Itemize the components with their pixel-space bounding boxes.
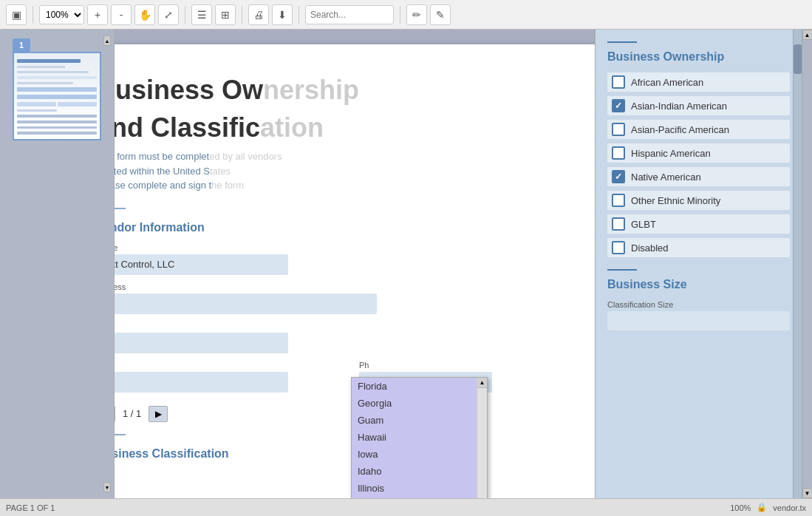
address-field[interactable]	[115, 293, 377, 314]
dropdown-item[interactable]: Guam	[352, 412, 487, 429]
thumbnail-page-number: 1	[13, 38, 30, 52]
separator-1	[33, 6, 33, 24]
zoom-out-button[interactable]: -	[111, 4, 132, 25]
checkbox-label: Native American	[631, 172, 701, 183]
classification-divider	[115, 434, 126, 435]
checkbox[interactable]	[612, 170, 625, 183]
checkbox-label: Other Ethnic Minority	[631, 195, 720, 206]
separator-3	[242, 6, 242, 24]
checkbox[interactable]	[612, 217, 625, 231]
page-info: PAGE 1 OF 1	[6, 503, 55, 512]
fit-button[interactable]: ⤢	[158, 4, 179, 25]
dropdown-scroll-up[interactable]: ▲	[477, 378, 487, 388]
pan-icon: ✋	[139, 9, 151, 21]
ownership-title: Business Ownership	[607, 50, 790, 64]
checkbox[interactable]	[612, 99, 625, 112]
download-button[interactable]: ⬇	[272, 4, 293, 25]
phone-label: Ph	[359, 361, 595, 370]
doc-right-scrollbar: ▲ ▼	[802, 30, 812, 498]
dropdown-item[interactable]: Illinois	[352, 480, 487, 497]
list-view-button[interactable]: ☰	[191, 4, 212, 25]
dropdown-item[interactable]: Indiana	[352, 497, 487, 498]
checkbox-row: Asian-Indian American	[607, 96, 790, 115]
checkbox[interactable]	[612, 241, 625, 254]
dropdown-item[interactable]: Hawaii	[352, 429, 487, 446]
checkbox-label: African American	[631, 77, 703, 88]
right-panel: Business Ownership African AmericanAsian…	[595, 30, 802, 498]
checkbox-row: African American	[607, 72, 790, 92]
city-label: City	[115, 322, 595, 330]
main-area: 1	[0, 30, 812, 498]
zoom-out-icon: -	[120, 9, 123, 21]
size-field[interactable]	[607, 311, 790, 330]
checkbox-row: Asian-Pacific American	[607, 120, 790, 139]
thumbnail-scroll-up[interactable]: ▲	[103, 35, 111, 46]
page-subtitle: This form must be completed by all vendo…	[115, 149, 595, 193]
download-icon: ⬇	[278, 9, 287, 21]
dropdown-item[interactable]: Idaho	[352, 463, 487, 480]
list-icon: ☰	[197, 9, 207, 21]
size-divider	[607, 269, 637, 271]
page-title-2: and Classification	[115, 112, 595, 143]
footer-right: 100% 🔒 vendor.tx	[730, 503, 806, 512]
checkbox-row: Hispanic American	[607, 143, 790, 163]
panel-icon: ▣	[12, 9, 21, 21]
grid-view-button[interactable]: ⊞	[215, 4, 236, 25]
checkbox-row: Other Ethnic Minority	[607, 191, 790, 210]
checkbox-label: Asian-Indian American	[631, 101, 727, 112]
checkbox[interactable]	[612, 75, 625, 89]
checkbox-row: Disabled	[607, 238, 790, 257]
dropdown-item[interactable]: Georgia	[352, 395, 487, 412]
grid-icon: ⊞	[221, 9, 230, 21]
checkbox[interactable]	[612, 194, 625, 207]
address-label: Address	[115, 282, 595, 291]
checkbox-label: Disabled	[631, 242, 669, 254]
page-title: Business Ownership	[115, 74, 595, 106]
search-input[interactable]	[305, 5, 394, 24]
thumbnail-panel: 1	[0, 30, 115, 498]
edit-button[interactable]: ✎	[430, 4, 451, 25]
lock-icon: 🔒	[757, 503, 767, 512]
separator-2	[185, 6, 185, 24]
prev-page-button[interactable]: ◀	[115, 406, 115, 422]
document-area: Business Ownership and Classification Th…	[115, 30, 595, 498]
zoom-in-button[interactable]: +	[87, 4, 108, 25]
doc-scroll-down[interactable]: ▼	[802, 488, 813, 498]
city-field[interactable]	[115, 333, 288, 353]
checkbox[interactable]	[612, 123, 625, 136]
doc-scrollbar-track	[802, 40, 812, 488]
checkbox-label: Hispanic American	[631, 148, 711, 159]
size-title: Business Size	[607, 278, 790, 291]
thumbnail-1[interactable]	[13, 52, 101, 140]
next-page-button[interactable]: ▶	[149, 406, 168, 422]
zoom-select[interactable]: 100% 75% 125% 150%	[39, 5, 84, 24]
scrollbar-thumb[interactable]	[794, 44, 802, 74]
zoom-in-icon: +	[95, 9, 100, 21]
thumbnail-scroll-down[interactable]: ▼	[103, 482, 111, 492]
edit-icon: ✎	[436, 9, 445, 21]
footer-vendor: vendor.tx	[773, 503, 806, 512]
checkbox-row: Native American	[607, 167, 790, 186]
doc-scroll-up[interactable]: ▲	[802, 30, 813, 40]
name-field[interactable]	[115, 254, 288, 275]
dropdown-item[interactable]: Iowa	[352, 446, 487, 463]
checkbox-label: GLBT	[631, 219, 656, 230]
separator-4	[298, 6, 299, 24]
print-button[interactable]: 🖨	[248, 4, 269, 25]
ownership-divider	[607, 41, 637, 43]
vendor-section-title: Vendor Information	[115, 221, 595, 234]
pan-button[interactable]: ✋	[134, 4, 155, 25]
toggle-panel-button[interactable]: ▣	[6, 4, 27, 25]
checkbox[interactable]	[612, 146, 625, 160]
vendor-divider	[115, 208, 126, 209]
highlight-icon: ✏	[412, 9, 421, 21]
fit-icon: ⤢	[164, 9, 173, 21]
checkbox-list: African AmericanAsian-Indian AmericanAsi…	[607, 72, 790, 257]
checkbox-row: GLBT	[607, 214, 790, 234]
state-dropdown[interactable]: ▲ ▼ FloridaGeorgiaGuamHawaiiIowaIdahoIll…	[351, 377, 488, 498]
toolbar: ▣ 100% 75% 125% 150% + - ✋ ⤢ ☰ ⊞ 🖨 ⬇ ✏ ✎	[0, 0, 812, 30]
highlight-button[interactable]: ✏	[406, 4, 427, 25]
dropdown-item[interactable]: Florida	[352, 378, 487, 395]
footer-bar: PAGE 1 OF 1 100% 🔒 vendor.tx	[0, 498, 812, 516]
zip-field[interactable]	[115, 372, 288, 393]
